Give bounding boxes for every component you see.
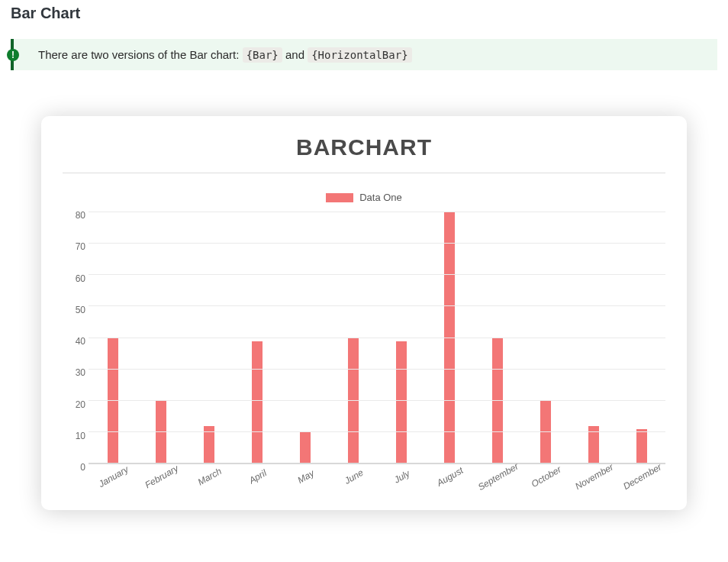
code-bar: {Bar} (243, 47, 282, 63)
y-tick-label: 30 (67, 367, 85, 372)
bar-slot (521, 212, 569, 463)
y-tick-label: 60 (67, 273, 85, 278)
bar-slot (569, 212, 617, 463)
bar-slot (617, 212, 665, 463)
plot-area (89, 212, 665, 464)
y-tick-label: 20 (67, 399, 85, 404)
info-callout: ! There are two versions of the Bar char… (11, 39, 717, 70)
bar-slot (329, 212, 377, 463)
y-tick-label: 40 (67, 336, 85, 341)
x-tick-label: September (475, 460, 522, 493)
gridline (89, 338, 665, 338)
x-tick-label: January (90, 460, 137, 493)
bar-slot (137, 212, 185, 463)
bar-slot (89, 212, 137, 463)
bar-slot (425, 212, 473, 463)
x-tick-label: May (282, 460, 330, 493)
bar[interactable] (348, 338, 359, 464)
y-tick-label: 80 (67, 210, 85, 215)
y-tick-label: 0 (67, 462, 85, 467)
callout-text-mid: and (285, 48, 308, 61)
chart-card: BARCHART Data One JanuaryFebruaryMarchAp… (41, 116, 687, 510)
chart-title: BARCHART (61, 134, 667, 173)
bar-slot (233, 212, 281, 463)
title-underline (63, 173, 665, 173)
x-tick-label: August (427, 460, 474, 493)
y-tick-label: 10 (67, 431, 85, 435)
bar[interactable] (396, 341, 407, 463)
x-tick-label: October (523, 460, 570, 493)
page-heading: Bar Chart (11, 5, 717, 22)
x-tick-label: April (234, 460, 282, 493)
code-horizontal-bar: {HorizontalBar} (308, 47, 411, 63)
gridline (89, 243, 665, 244)
x-tick-label: February (138, 460, 185, 493)
bar[interactable] (156, 401, 166, 463)
y-tick-label: 50 (67, 305, 85, 309)
x-axis-labels: JanuaryFebruaryMarchAprilMayJuneJulyAugu… (89, 466, 665, 476)
bars-container (89, 212, 665, 463)
bar[interactable] (252, 341, 263, 463)
gridline (89, 305, 665, 306)
y-tick-label: 70 (67, 241, 85, 246)
gridline (89, 431, 665, 432)
gridline (89, 369, 665, 370)
bar[interactable] (540, 401, 551, 463)
bar[interactable] (300, 432, 311, 463)
bar-slot (185, 212, 233, 463)
callout-text-before: There are two versions of the Bar chart: (38, 48, 243, 61)
gridline (89, 212, 665, 212)
gridline (89, 400, 665, 401)
x-tick-label: November (571, 460, 618, 493)
bar-slot (377, 212, 425, 463)
gridline (89, 274, 665, 275)
chart-legend[interactable]: Data One (61, 192, 667, 203)
x-tick-label: December (619, 460, 666, 493)
chart-plot[interactable]: JanuaryFebruaryMarchAprilMayJuneJulyAugu… (63, 212, 665, 464)
x-tick-label: March (186, 460, 234, 493)
bar[interactable] (444, 212, 455, 463)
legend-swatch (326, 193, 353, 202)
callout-badge-icon: ! (7, 49, 19, 61)
x-tick-label: June (330, 460, 378, 493)
bar-slot (281, 212, 329, 463)
x-tick-label: July (378, 460, 426, 493)
bar[interactable] (636, 429, 647, 463)
bar[interactable] (108, 338, 118, 464)
bar[interactable] (492, 338, 503, 464)
bar-slot (473, 212, 521, 463)
legend-label: Data One (359, 192, 402, 203)
